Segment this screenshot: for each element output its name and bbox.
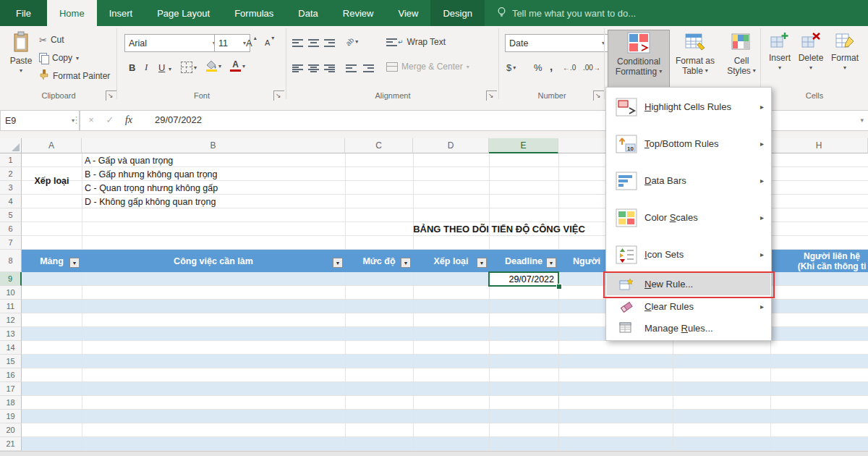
row-header-1[interactable]: 1 <box>0 153 22 167</box>
tab-home[interactable]: Home <box>47 0 97 26</box>
increase-indent-button[interactable] <box>363 60 374 76</box>
clipboard-dialog-launcher[interactable]: ↘ <box>106 90 116 101</box>
menu-item-icon-sets[interactable]: Icon Sets ▸ <box>607 236 770 273</box>
menu-item-manage-rules[interactable]: Manage Rules... <box>607 317 770 339</box>
decrease-font-size-button[interactable]: A▾ <box>265 35 274 51</box>
table-header-cong-viec[interactable]: Công việc cần làm <box>82 250 345 272</box>
tab-data[interactable]: Data <box>286 0 330 26</box>
align-bottom-button[interactable] <box>324 35 335 51</box>
tab-view[interactable]: View <box>386 0 430 26</box>
name-box[interactable]: E9 ▾ <box>0 110 80 131</box>
borders-button[interactable]: ▾ <box>181 59 197 75</box>
insert-function-button[interactable]: fx <box>120 110 137 130</box>
column-header-D[interactable]: D <box>413 138 489 153</box>
row-header-19[interactable]: 19 <box>0 410 22 423</box>
filter-button-muc-do[interactable]: ▼ <box>401 258 411 268</box>
bold-button[interactable]: B <box>129 59 135 75</box>
row-header-11[interactable]: 11 <box>0 300 22 313</box>
align-top-button[interactable] <box>292 35 303 51</box>
column-header-B[interactable]: B <box>82 138 345 153</box>
active-cell-E9[interactable]: 29/07/2022 <box>488 271 559 287</box>
filter-button-xep-loai[interactable]: ▼ <box>477 258 487 268</box>
row-header-10[interactable]: 10 <box>0 286 22 300</box>
row-header-21[interactable]: 21 <box>0 437 22 451</box>
increase-font-size-button[interactable]: A▴ <box>246 35 257 51</box>
menu-item-top-bottom-rules[interactable]: 10 Top/Bottom Rules ▸ <box>607 125 770 162</box>
column-header-A[interactable]: A <box>22 138 82 153</box>
row-header-18[interactable]: 18 <box>0 396 22 410</box>
comma-style-button[interactable]: , <box>550 58 553 74</box>
fill-handle[interactable] <box>556 284 562 290</box>
format-cells-button[interactable]: Format ▾ <box>827 30 862 86</box>
row-header-7[interactable]: 7 <box>0 236 22 250</box>
cell-styles-button[interactable]: Cell Styles▾ <box>722 30 761 86</box>
decrease-decimal-button[interactable]: .00→ <box>583 59 600 75</box>
row-header-20[interactable]: 20 <box>0 423 22 437</box>
legend-line-b[interactable]: B - Gấp nhưng không quan trọng <box>85 167 218 181</box>
number-dialog-launcher[interactable]: ↘ <box>593 90 604 101</box>
menu-item-new-rule[interactable]: New Rule... <box>607 273 770 295</box>
align-middle-button[interactable] <box>308 35 319 51</box>
conditional-formatting-button[interactable]: Conditional Formatting▾ <box>608 30 670 88</box>
tab-insert[interactable]: Insert <box>97 0 145 26</box>
italic-button[interactable]: I <box>145 59 148 75</box>
accounting-format-button[interactable]: $ ▾ <box>506 59 516 75</box>
number-format-combo[interactable]: Date ▾ <box>505 34 609 52</box>
delete-cells-button[interactable]: Delete ▾ <box>796 30 826 86</box>
insert-cells-button[interactable]: Insert ▾ <box>765 30 794 86</box>
tab-review[interactable]: Review <box>331 0 386 26</box>
row-header-17[interactable]: 17 <box>0 382 22 396</box>
copy-button[interactable]: Copy ▾ <box>39 51 79 65</box>
font-size-combo[interactable]: 11 ▾ <box>214 34 250 52</box>
cancel-button[interactable]: × <box>82 110 100 130</box>
font-dialog-launcher[interactable]: ↘ <box>273 90 284 101</box>
row-header-12[interactable]: 12 <box>0 313 22 327</box>
row-header-4[interactable]: 4 <box>0 195 22 208</box>
row-header-14[interactable]: 14 <box>0 341 22 355</box>
align-left-button[interactable] <box>292 60 303 76</box>
row-header-15[interactable]: 15 <box>0 355 22 368</box>
select-all-corner[interactable] <box>0 138 22 153</box>
row-header-5[interactable]: 5 <box>0 208 22 222</box>
menu-item-color-scales[interactable]: Color Scales ▸ <box>607 199 770 236</box>
orientation-button[interactable]: ab ▾ <box>346 33 358 49</box>
tab-page-layout[interactable]: Page Layout <box>145 0 222 26</box>
decrease-indent-button[interactable] <box>346 60 357 76</box>
legend-title-cell[interactable]: Xếp loại <box>22 153 82 208</box>
alignment-dialog-launcher[interactable]: ↘ <box>486 90 497 101</box>
column-header-E[interactable]: E <box>489 138 558 153</box>
align-right-button[interactable] <box>324 60 335 76</box>
font-name-combo[interactable]: Arial ▾ <box>124 34 220 52</box>
formula-bar-expand-icon[interactable]: ▾ <box>860 110 864 130</box>
percent-style-button[interactable]: % <box>534 59 542 75</box>
tab-file[interactable]: File <box>0 0 47 26</box>
menu-item-data-bars[interactable]: Data Bars ▸ <box>607 162 770 199</box>
row-header-2[interactable]: 2 <box>0 167 22 181</box>
row-header-13[interactable]: 13 <box>0 327 22 341</box>
column-header-C[interactable]: C <box>345 138 413 153</box>
tell-me-box[interactable]: Tell me what you want to do... <box>496 0 636 26</box>
increase-decimal-button[interactable]: ←.0 <box>563 59 576 75</box>
filter-button-deadline[interactable]: ▼ <box>546 258 556 268</box>
merge-center-button[interactable]: Merge & Center ▾ <box>386 59 469 74</box>
row-header-6[interactable]: 6 <box>0 222 22 236</box>
format-painter-button[interactable]: Format Painter <box>39 69 110 83</box>
row-header-8[interactable]: 8 <box>0 250 22 272</box>
underline-button[interactable]: U <box>158 59 165 75</box>
legend-line-a[interactable]: A - Gấp và quan trọng <box>85 153 173 167</box>
font-color-button[interactable]: A ▾ <box>230 58 245 74</box>
column-header-H[interactable]: H <box>770 138 868 153</box>
row-header-3[interactable]: 3 <box>0 181 22 195</box>
cut-button[interactable]: ✂ Cut <box>39 33 64 47</box>
format-as-table-button[interactable]: Format as Table▾ <box>671 30 719 86</box>
legend-line-c[interactable]: C - Quan trọng nhưng không gấp <box>85 181 218 195</box>
row-header-9[interactable]: 9 <box>0 272 22 286</box>
tab-formulas[interactable]: Formulas <box>222 0 286 26</box>
filter-button-cong-viec[interactable]: ▼ <box>333 258 343 268</box>
align-center-button[interactable] <box>308 60 319 76</box>
table-header-lien-he[interactable]: Người liên hệ (Khi cần thông ti <box>770 250 868 272</box>
legend-line-d[interactable]: D - Không gấp không quan trọng <box>85 195 216 208</box>
menu-item-clear-rules[interactable]: Clear Rules ▸ <box>607 295 770 317</box>
fill-color-button[interactable]: ▾ <box>205 58 221 74</box>
filter-button-mang[interactable]: ▼ <box>69 258 80 268</box>
